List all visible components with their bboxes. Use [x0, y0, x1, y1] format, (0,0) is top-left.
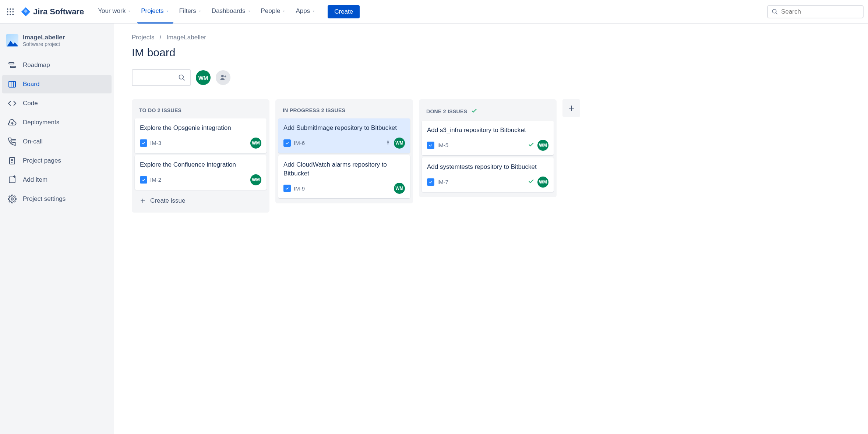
- column-title: IN PROGRESS 2 ISSUES: [283, 107, 345, 113]
- card-title: Explore the Confluence integration: [140, 160, 261, 169]
- task-type-icon: [283, 139, 291, 147]
- nav-item-filters[interactable]: Filters: [176, 0, 206, 24]
- app-switcher-button[interactable]: [4, 6, 16, 18]
- breadcrumb-link[interactable]: Projects: [132, 34, 154, 41]
- oncall-icon: [7, 137, 17, 146]
- issue-card[interactable]: Add s3_infra repository to BitbucketIM-5…: [422, 121, 554, 155]
- check-icon: [528, 178, 534, 185]
- task-type-icon: [427, 142, 434, 149]
- assignee-avatar[interactable]: WM: [250, 174, 261, 185]
- nav-item-people[interactable]: People: [257, 0, 290, 24]
- sidebar-item-label: On-call: [23, 138, 43, 145]
- assignee-avatar[interactable]: WM: [537, 140, 548, 151]
- svg-point-17: [15, 139, 15, 140]
- check-icon: [471, 107, 477, 114]
- deployments-icon: [7, 118, 17, 127]
- board-title: IM board: [132, 46, 850, 59]
- sidebar-item-label: Deployments: [23, 119, 59, 126]
- sidebar-item-deployments[interactable]: Deployments: [2, 113, 112, 132]
- assignee-avatar[interactable]: WM: [537, 177, 548, 188]
- sidebar-item-roadmap[interactable]: Roadmap: [2, 56, 112, 74]
- issue-card[interactable]: Explore the Confluence integrationIM-2WM: [135, 155, 267, 190]
- breadcrumb-link[interactable]: ImageLabeller: [166, 34, 206, 41]
- svg-rect-12: [10, 66, 15, 68]
- svg-point-4: [10, 11, 11, 13]
- filter-user-avatar[interactable]: WM: [196, 70, 211, 85]
- sidebar-item-label: Code: [23, 100, 38, 107]
- chevron-down-icon: [165, 9, 170, 13]
- svg-point-6: [7, 14, 8, 15]
- assignee-avatar[interactable]: WM: [394, 183, 405, 194]
- sidebar-items: RoadmapBoardCodeDeploymentsOn-callProjec…: [0, 56, 114, 208]
- column-header[interactable]: TO DO 2 ISSUES: [135, 104, 267, 118]
- column-title: TO DO 2 ISSUES: [139, 107, 181, 113]
- nav-item-apps[interactable]: Apps: [292, 0, 320, 24]
- column-header[interactable]: DONE 2 ISSUES: [422, 104, 554, 121]
- card-title: Explore the Opsgenie integration: [140, 124, 261, 132]
- task-type-icon: [427, 178, 434, 186]
- settings-icon: [7, 194, 17, 204]
- issue-card[interactable]: Add SubmitImage repository to BitbucketI…: [278, 118, 410, 153]
- search-input[interactable]: [781, 8, 859, 15]
- chevron-down-icon: [282, 9, 286, 13]
- svg-point-0: [7, 8, 8, 10]
- svg-point-7: [10, 14, 11, 15]
- svg-point-8: [13, 14, 14, 15]
- create-button[interactable]: Create: [328, 5, 360, 18]
- search-icon: [178, 74, 186, 81]
- add-person-icon: [219, 74, 227, 81]
- project-avatar: [6, 34, 18, 47]
- issue-key: IM-2: [150, 177, 161, 183]
- sidebar-item-project-pages[interactable]: Project pages: [2, 152, 112, 170]
- add-people-button[interactable]: [216, 70, 230, 85]
- issue-card[interactable]: Add systemtests repository to BitbucketI…: [422, 157, 554, 192]
- issue-card[interactable]: Explore the Opsgenie integrationIM-3WM: [135, 118, 267, 153]
- sidebar-item-label: Add item: [23, 176, 47, 184]
- assignee-avatar[interactable]: WM: [394, 138, 405, 149]
- issue-key: IM-6: [294, 140, 305, 146]
- task-type-icon: [140, 176, 147, 184]
- create-issue-button[interactable]: Create issue: [135, 192, 267, 210]
- add-column-button[interactable]: [562, 99, 580, 117]
- task-type-icon: [140, 139, 147, 147]
- sidebar-item-board[interactable]: Board: [2, 75, 112, 93]
- chevron-down-icon: [311, 9, 316, 13]
- card-title: Add CloudWatch alarms repository to Bitb…: [283, 160, 405, 178]
- board-search[interactable]: [132, 69, 191, 86]
- assignee-avatar[interactable]: WM: [250, 138, 261, 149]
- column-title: DONE 2 ISSUES: [426, 108, 467, 114]
- commit-icon: [385, 139, 391, 146]
- nav-item-projects[interactable]: Projects: [137, 0, 173, 24]
- column-header[interactable]: IN PROGRESS 2 ISSUES: [278, 104, 410, 118]
- issue-key: IM-3: [150, 140, 161, 146]
- issue-key: IM-7: [437, 179, 448, 185]
- issue-card[interactable]: Add CloudWatch alarms repository to Bitb…: [278, 155, 410, 199]
- task-type-icon: [283, 185, 291, 192]
- sidebar-item-add-item[interactable]: Add item: [2, 171, 112, 189]
- svg-point-2: [13, 8, 14, 10]
- issue-key: IM-5: [437, 142, 448, 148]
- nav-item-dashboards[interactable]: Dashboards: [208, 0, 255, 24]
- issue-key: IM-9: [294, 185, 305, 192]
- logo-text: Jira Software: [33, 7, 84, 17]
- sidebar-item-on-call[interactable]: On-call: [2, 132, 112, 151]
- sidebar-item-project-settings[interactable]: Project settings: [2, 190, 112, 208]
- plus-icon: [567, 104, 576, 113]
- nav-item-your-work[interactable]: Your work: [94, 0, 135, 24]
- project-header[interactable]: ImageLabeller Software project: [0, 34, 114, 56]
- sidebar-item-code[interactable]: Code: [2, 94, 112, 113]
- svg-point-9: [772, 9, 776, 13]
- project-type: Software project: [23, 41, 65, 47]
- svg-rect-11: [9, 63, 14, 64]
- jira-logo[interactable]: Jira Software: [18, 7, 87, 17]
- sidebar-item-label: Roadmap: [23, 61, 50, 69]
- svg-point-1: [10, 8, 11, 10]
- card-title: Add SubmitImage repository to Bitbucket: [283, 124, 405, 132]
- global-search[interactable]: [767, 5, 864, 18]
- check-icon: [528, 141, 534, 148]
- kanban-board: TO DO 2 ISSUESExplore the Opsgenie integ…: [132, 99, 850, 213]
- chevron-down-icon: [198, 9, 202, 13]
- roadmap-icon: [7, 60, 17, 70]
- board-icon: [7, 79, 17, 89]
- pages-icon: [7, 156, 17, 166]
